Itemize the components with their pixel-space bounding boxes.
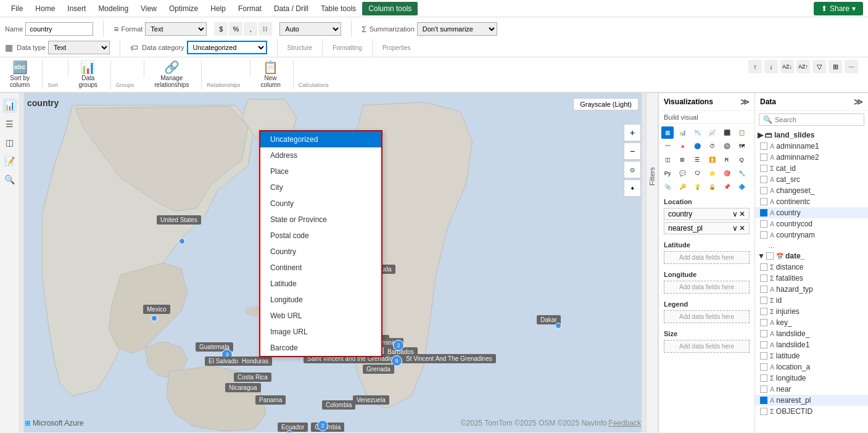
viz-icon-7[interactable]: 🔺 [676, 140, 688, 152]
search-input[interactable] [775, 116, 860, 123]
location-close-icon[interactable]: ✕ [739, 210, 745, 218]
field-near[interactable]: A near [755, 384, 868, 395]
toolbar-sort-za-icon[interactable]: AZ↑ [796, 60, 810, 73]
map-zoom-out[interactable]: − [624, 142, 641, 160]
viz-icon-23[interactable]: 🔧 [735, 167, 748, 179]
viz-icon-3[interactable]: 📈 [706, 126, 718, 139]
viz-icon-27[interactable]: 🔒 [706, 181, 718, 193]
dropdown-option-latitude[interactable]: Latitude [260, 276, 381, 292]
viz-icon-22[interactable]: 🎯 [721, 167, 733, 179]
field-adminname2[interactable]: A adminname2 [755, 152, 868, 163]
field-injuries[interactable]: Σ injuries [755, 306, 868, 317]
datatype-select[interactable]: Text [48, 41, 110, 54]
field-nearest-pl[interactable]: A nearest_pl [755, 395, 868, 406]
check-changeset[interactable] [760, 187, 767, 194]
viz-icon-16[interactable]: R [721, 154, 733, 166]
viz-icon-24[interactable]: 📎 [661, 181, 674, 193]
check-countrycod[interactable] [760, 220, 767, 228]
check-landslide1[interactable] [760, 341, 767, 348]
viz-icon-19[interactable]: 💬 [676, 167, 688, 179]
dropdown-option-uncategorized[interactable]: Uncategorized [260, 131, 381, 147]
check-cat-src[interactable] [760, 176, 767, 183]
field-landslide[interactable]: A landslide_ [755, 328, 868, 339]
toolbar-sort-az-icon[interactable]: AZ↓ [780, 60, 794, 73]
check-nearest-pl[interactable] [760, 397, 767, 404]
dropdown-option-place[interactable]: Place [260, 163, 381, 179]
viz-icon-17[interactable]: Q [735, 154, 748, 166]
check-cat-id[interactable] [760, 165, 767, 172]
viz-icon-18[interactable]: Py [661, 167, 674, 179]
viz-icon-6[interactable]: 〰 [661, 140, 674, 152]
name-input[interactable] [25, 22, 93, 36]
new-column-button[interactable]: 📋 Newcolumn [255, 60, 285, 89]
check-location-a[interactable] [760, 363, 767, 371]
data-groups-button[interactable]: 📊 Datagroups [73, 60, 103, 89]
viz-icon-12[interactable]: ◫ [661, 154, 674, 166]
ellipsis-row[interactable]: ... [755, 241, 868, 250]
field-cat-id[interactable]: Σ cat_id [755, 163, 868, 174]
toolbar-more-icon[interactable]: ··· [845, 60, 858, 73]
format-select[interactable]: Text [145, 22, 207, 36]
share-button[interactable]: ⬆ Share ▾ [814, 2, 863, 15]
field-fatalities[interactable]: Σ fatalities [755, 273, 868, 284]
data-search[interactable]: 🔍 [759, 113, 864, 126]
viz-icon-29[interactable]: 🔷 [735, 181, 748, 193]
viz-icon-5[interactable]: 📋 [735, 126, 748, 139]
left-icon-explore[interactable]: 🔍 [2, 172, 17, 187]
left-icon-report[interactable]: 📊 [2, 98, 17, 113]
manage-relationships-button[interactable]: 🔗 Managerelationships [149, 60, 194, 89]
dropdown-option-country[interactable]: Country [260, 244, 381, 260]
check-fatalities[interactable] [760, 274, 767, 282]
feedback-link[interactable]: Feedback [608, 419, 641, 427]
field-changeset[interactable]: A changeset_ [755, 185, 868, 196]
viz-icon-10[interactable]: 🔘 [721, 140, 733, 152]
field-id[interactable]: Σ id [755, 295, 868, 306]
toolbar-up-icon[interactable]: ↑ [748, 60, 762, 73]
left-icon-data[interactable]: ☰ [2, 117, 17, 131]
viz-icon-25[interactable]: 🔑 [676, 181, 688, 193]
legend-empty[interactable]: Add data fields here [664, 310, 750, 323]
menu-modeling[interactable]: Modeling [92, 2, 134, 15]
menu-home[interactable]: Home [29, 2, 61, 15]
field-country[interactable]: A country [755, 207, 868, 218]
viz-icon-8[interactable]: 🔵 [691, 140, 703, 152]
field-distance[interactable]: Σ distance [755, 262, 868, 273]
viz-icon-28[interactable]: 📌 [721, 181, 733, 193]
format-extra-icon[interactable]: ⁝⁝ [258, 22, 272, 36]
toolbar-down-icon[interactable]: ↓ [764, 60, 778, 73]
dataset-group[interactable]: ▶ 🗃 land_slides [755, 130, 868, 141]
date-group[interactable]: ▼ 📅 date_ [755, 250, 868, 262]
viz-icon-11[interactable]: 🗺 [735, 140, 748, 152]
grayscale-badge[interactable]: Grayscale (Light) [573, 98, 639, 110]
viz-icon-4[interactable]: ⬛ [721, 126, 733, 139]
toolbar-filter-icon[interactable]: ▽ [812, 60, 826, 73]
toolbar-expand-icon[interactable]: ⊞ [829, 60, 842, 73]
dropdown-option-address[interactable]: Address [260, 147, 381, 163]
dropdown-option-city[interactable]: City [260, 179, 381, 196]
check-objectid[interactable] [760, 408, 767, 415]
menu-format[interactable]: Format [232, 2, 268, 15]
viz-icon-26[interactable]: 💡 [691, 181, 703, 193]
menu-column-tools[interactable]: Column tools [362, 2, 418, 15]
field-cat-src[interactable]: A cat_src [755, 174, 868, 185]
dropdown-option-barcode[interactable]: Barcode [260, 340, 381, 356]
menu-help[interactable]: Help [204, 2, 232, 15]
menu-data-drill[interactable]: Data / Drill [268, 2, 315, 15]
menu-optimize[interactable]: Optimize [163, 2, 204, 15]
check-injuries[interactable] [760, 308, 767, 315]
field-objectid[interactable]: Σ OBJECTID [755, 406, 868, 417]
check-landslide[interactable] [760, 330, 767, 337]
dropdown-option-longitude[interactable]: Longitude [260, 292, 381, 308]
left-icon-model[interactable]: ◫ [2, 135, 17, 150]
location-field-country[interactable]: country ∨ ✕ [664, 208, 750, 220]
currency-icon[interactable]: $ [214, 22, 228, 36]
dropdown-option-postal[interactable]: Postal code [260, 228, 381, 244]
menu-insert[interactable]: Insert [61, 2, 92, 15]
datacategory-select[interactable]: Uncategorized Address Place City County … [187, 41, 267, 54]
data-expand-icon[interactable]: ≫ [854, 97, 863, 107]
menu-view[interactable]: View [134, 2, 163, 15]
field-hazard-typ[interactable]: A hazard_typ [755, 284, 868, 295]
field-key[interactable]: A key_ [755, 317, 868, 328]
viz-icon-15[interactable]: ⏫ [706, 154, 718, 166]
field-countrycod[interactable]: A countrycod [755, 218, 868, 229]
